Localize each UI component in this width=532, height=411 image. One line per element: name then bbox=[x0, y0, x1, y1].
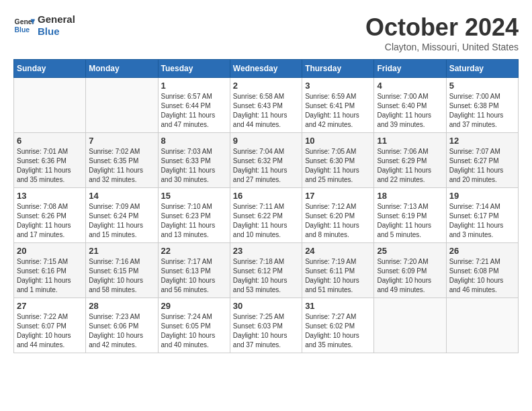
day-info: Sunrise: 7:15 AM Sunset: 6:16 PM Dayligh… bbox=[17, 257, 83, 295]
day-number: 23 bbox=[233, 246, 299, 256]
day-number: 14 bbox=[89, 191, 154, 201]
day-info: Sunrise: 7:06 AM Sunset: 6:29 PM Dayligh… bbox=[377, 147, 443, 185]
week-row-2: 6Sunrise: 7:01 AM Sunset: 6:36 PM Daylig… bbox=[14, 133, 519, 188]
day-number: 30 bbox=[233, 301, 299, 311]
calendar-cell: 18Sunrise: 7:13 AM Sunset: 6:19 PM Dayli… bbox=[374, 188, 446, 243]
calendar-cell: 3Sunrise: 6:59 AM Sunset: 6:41 PM Daylig… bbox=[302, 78, 374, 133]
calendar-cell: 19Sunrise: 7:14 AM Sunset: 6:17 PM Dayli… bbox=[446, 188, 518, 243]
calendar-cell bbox=[374, 298, 446, 353]
day-info: Sunrise: 7:12 AM Sunset: 6:20 PM Dayligh… bbox=[305, 202, 371, 240]
day-info: Sunrise: 7:04 AM Sunset: 6:32 PM Dayligh… bbox=[233, 147, 299, 185]
calendar-table: SundayMondayTuesdayWednesdayThursdayFrid… bbox=[13, 59, 519, 353]
day-info: Sunrise: 6:59 AM Sunset: 6:41 PM Dayligh… bbox=[305, 92, 371, 130]
calendar-cell: 20Sunrise: 7:15 AM Sunset: 6:16 PM Dayli… bbox=[14, 243, 86, 298]
day-info: Sunrise: 7:19 AM Sunset: 6:11 PM Dayligh… bbox=[305, 257, 371, 295]
day-number: 2 bbox=[233, 81, 299, 91]
day-info: Sunrise: 7:20 AM Sunset: 6:09 PM Dayligh… bbox=[377, 257, 443, 295]
day-number: 13 bbox=[17, 191, 83, 201]
day-number: 7 bbox=[89, 136, 154, 146]
day-number: 24 bbox=[305, 246, 371, 256]
day-info: Sunrise: 7:23 AM Sunset: 6:06 PM Dayligh… bbox=[89, 312, 154, 350]
calendar-cell: 29Sunrise: 7:24 AM Sunset: 6:05 PM Dayli… bbox=[158, 298, 230, 353]
day-info: Sunrise: 7:17 AM Sunset: 6:13 PM Dayligh… bbox=[161, 257, 227, 295]
weekday-header-friday: Friday bbox=[374, 60, 446, 78]
calendar-cell: 27Sunrise: 7:22 AM Sunset: 6:07 PM Dayli… bbox=[14, 298, 86, 353]
weekday-header-tuesday: Tuesday bbox=[158, 60, 230, 78]
title-block: October 2024 Clayton, Missouri, United S… bbox=[365, 13, 519, 52]
day-info: Sunrise: 7:14 AM Sunset: 6:17 PM Dayligh… bbox=[449, 202, 515, 240]
day-info: Sunrise: 7:02 AM Sunset: 6:35 PM Dayligh… bbox=[89, 147, 154, 185]
weekday-header-sunday: Sunday bbox=[14, 60, 86, 78]
day-number: 22 bbox=[161, 246, 227, 256]
calendar-cell: 12Sunrise: 7:07 AM Sunset: 6:27 PM Dayli… bbox=[446, 133, 518, 188]
week-row-3: 13Sunrise: 7:08 AM Sunset: 6:26 PM Dayli… bbox=[14, 188, 519, 243]
calendar-cell: 21Sunrise: 7:16 AM Sunset: 6:15 PM Dayli… bbox=[86, 243, 158, 298]
month-title: October 2024 bbox=[365, 13, 519, 42]
day-info: Sunrise: 6:57 AM Sunset: 6:44 PM Dayligh… bbox=[161, 92, 227, 130]
day-info: Sunrise: 7:08 AM Sunset: 6:26 PM Dayligh… bbox=[17, 202, 83, 240]
day-number: 31 bbox=[305, 301, 371, 311]
calendar-cell: 22Sunrise: 7:17 AM Sunset: 6:13 PM Dayli… bbox=[158, 243, 230, 298]
day-info: Sunrise: 7:24 AM Sunset: 6:05 PM Dayligh… bbox=[161, 312, 227, 350]
day-info: Sunrise: 7:21 AM Sunset: 6:08 PM Dayligh… bbox=[449, 257, 515, 295]
weekday-header-thursday: Thursday bbox=[302, 60, 374, 78]
calendar-cell: 2Sunrise: 6:58 AM Sunset: 6:43 PM Daylig… bbox=[230, 78, 302, 133]
day-info: Sunrise: 7:09 AM Sunset: 6:24 PM Dayligh… bbox=[89, 202, 154, 240]
calendar-cell bbox=[14, 78, 86, 133]
day-info: Sunrise: 7:01 AM Sunset: 6:36 PM Dayligh… bbox=[17, 147, 83, 185]
day-number: 9 bbox=[233, 136, 299, 146]
logo-icon: General Blue bbox=[13, 15, 35, 36]
weekday-header-saturday: Saturday bbox=[446, 60, 518, 78]
day-number: 16 bbox=[233, 191, 299, 201]
day-info: Sunrise: 7:11 AM Sunset: 6:22 PM Dayligh… bbox=[233, 202, 299, 240]
logo-blue: Blue bbox=[38, 26, 75, 38]
calendar-cell: 7Sunrise: 7:02 AM Sunset: 6:35 PM Daylig… bbox=[86, 133, 158, 188]
day-number: 18 bbox=[377, 191, 443, 201]
day-number: 26 bbox=[449, 246, 515, 256]
day-number: 17 bbox=[305, 191, 371, 201]
calendar-cell: 5Sunrise: 7:00 AM Sunset: 6:38 PM Daylig… bbox=[446, 78, 518, 133]
calendar-cell: 1Sunrise: 6:57 AM Sunset: 6:44 PM Daylig… bbox=[158, 78, 230, 133]
weekday-header-row: SundayMondayTuesdayWednesdayThursdayFrid… bbox=[14, 60, 519, 78]
day-info: Sunrise: 7:03 AM Sunset: 6:33 PM Dayligh… bbox=[161, 147, 227, 185]
day-info: Sunrise: 7:10 AM Sunset: 6:23 PM Dayligh… bbox=[161, 202, 227, 240]
calendar-cell: 24Sunrise: 7:19 AM Sunset: 6:11 PM Dayli… bbox=[302, 243, 374, 298]
day-info: Sunrise: 7:18 AM Sunset: 6:12 PM Dayligh… bbox=[233, 257, 299, 295]
day-number: 29 bbox=[161, 301, 227, 311]
week-row-4: 20Sunrise: 7:15 AM Sunset: 6:16 PM Dayli… bbox=[14, 243, 519, 298]
logo: General Blue General Blue bbox=[13, 13, 75, 38]
day-number: 28 bbox=[89, 301, 154, 311]
day-number: 25 bbox=[377, 246, 443, 256]
calendar-cell: 26Sunrise: 7:21 AM Sunset: 6:08 PM Dayli… bbox=[446, 243, 518, 298]
day-info: Sunrise: 7:25 AM Sunset: 6:03 PM Dayligh… bbox=[233, 312, 299, 350]
svg-text:Blue: Blue bbox=[15, 26, 30, 34]
week-row-5: 27Sunrise: 7:22 AM Sunset: 6:07 PM Dayli… bbox=[14, 298, 519, 353]
day-number: 6 bbox=[17, 136, 83, 146]
calendar-cell: 23Sunrise: 7:18 AM Sunset: 6:12 PM Dayli… bbox=[230, 243, 302, 298]
page-header: General Blue General Blue October 2024 C… bbox=[13, 13, 519, 52]
calendar-cell: 13Sunrise: 7:08 AM Sunset: 6:26 PM Dayli… bbox=[14, 188, 86, 243]
day-number: 3 bbox=[305, 81, 371, 91]
calendar-cell bbox=[446, 298, 518, 353]
calendar-cell: 25Sunrise: 7:20 AM Sunset: 6:09 PM Dayli… bbox=[374, 243, 446, 298]
logo-general: General bbox=[38, 13, 75, 26]
calendar-cell: 16Sunrise: 7:11 AM Sunset: 6:22 PM Dayli… bbox=[230, 188, 302, 243]
calendar-cell: 6Sunrise: 7:01 AM Sunset: 6:36 PM Daylig… bbox=[14, 133, 86, 188]
day-number: 4 bbox=[377, 81, 443, 91]
day-info: Sunrise: 7:05 AM Sunset: 6:30 PM Dayligh… bbox=[305, 147, 371, 185]
day-number: 12 bbox=[449, 136, 515, 146]
day-info: Sunrise: 6:58 AM Sunset: 6:43 PM Dayligh… bbox=[233, 92, 299, 130]
day-number: 19 bbox=[449, 191, 515, 201]
day-info: Sunrise: 7:27 AM Sunset: 6:02 PM Dayligh… bbox=[305, 312, 371, 350]
day-info: Sunrise: 7:13 AM Sunset: 6:19 PM Dayligh… bbox=[377, 202, 443, 240]
day-info: Sunrise: 7:00 AM Sunset: 6:38 PM Dayligh… bbox=[449, 92, 515, 130]
calendar-cell: 9Sunrise: 7:04 AM Sunset: 6:32 PM Daylig… bbox=[230, 133, 302, 188]
calendar-cell: 14Sunrise: 7:09 AM Sunset: 6:24 PM Dayli… bbox=[86, 188, 158, 243]
day-info: Sunrise: 7:22 AM Sunset: 6:07 PM Dayligh… bbox=[17, 312, 83, 350]
calendar-cell bbox=[86, 78, 158, 133]
calendar-cell: 17Sunrise: 7:12 AM Sunset: 6:20 PM Dayli… bbox=[302, 188, 374, 243]
day-number: 11 bbox=[377, 136, 443, 146]
day-info: Sunrise: 7:00 AM Sunset: 6:40 PM Dayligh… bbox=[377, 92, 443, 130]
day-number: 21 bbox=[89, 246, 154, 256]
location: Clayton, Missouri, United States bbox=[365, 42, 519, 52]
